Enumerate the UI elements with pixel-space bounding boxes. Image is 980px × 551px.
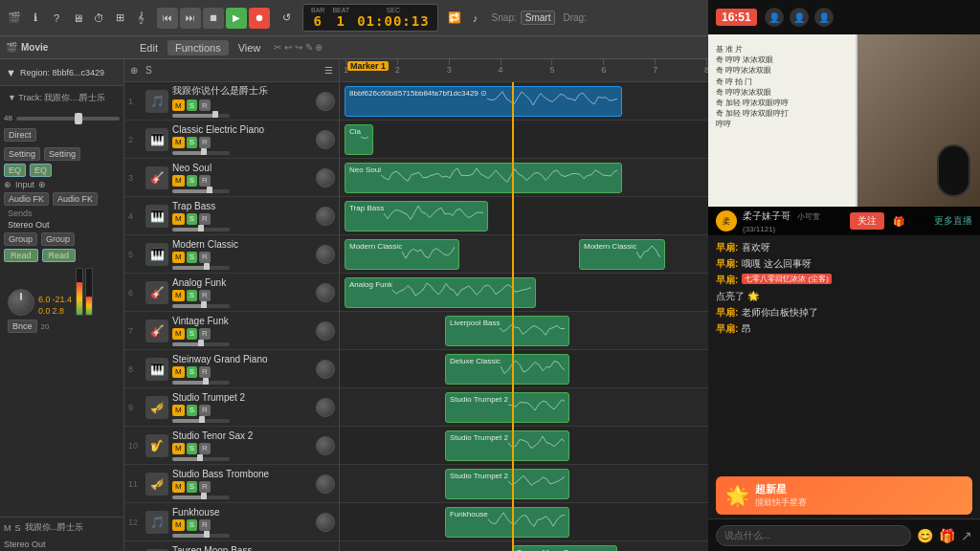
mute-btn-10[interactable]: M — [172, 481, 185, 493]
more-live-label[interactable]: 更多直播 — [934, 214, 972, 228]
track-vol-knob-10[interactable] — [316, 474, 335, 494]
solo-btn-3[interactable]: S — [187, 213, 197, 225]
play-button[interactable]: ▶ — [226, 8, 247, 29]
mute-btn-6[interactable]: M — [172, 328, 185, 340]
region-8[interactable]: Deluxe Classic — [445, 354, 569, 385]
region-12[interactable]: Funkhouse — [445, 507, 569, 538]
track-fader-9[interactable] — [172, 457, 230, 461]
track-fader-8[interactable] — [172, 419, 230, 423]
mute-btn-5[interactable]: M — [172, 290, 185, 301]
solo-btn-2[interactable]: S — [187, 175, 197, 187]
track-vol-knob-5[interactable] — [316, 283, 335, 302]
mute-btn-7[interactable]: M — [172, 366, 185, 378]
share-button[interactable]: ↗ — [961, 528, 972, 543]
audio-fk-2[interactable]: Audio FK — [53, 192, 98, 206]
rec-btn-9[interactable]: R — [199, 443, 211, 454]
view-menu[interactable]: View — [231, 40, 269, 55]
snap-value[interactable]: Smart — [521, 11, 556, 25]
track-vol-knob-0[interactable] — [316, 92, 335, 111]
rec-btn-4[interactable]: R — [199, 252, 211, 263]
track-fader-5[interactable] — [172, 304, 230, 308]
track-vol-knob-3[interactable] — [316, 207, 335, 226]
read-button-2[interactable]: Read — [42, 249, 77, 262]
track-vol-knob-8[interactable] — [316, 398, 335, 417]
mute-btn-0[interactable]: M — [172, 99, 185, 111]
follow-button[interactable]: 关注 — [850, 212, 884, 230]
functions-menu[interactable]: Functions — [167, 40, 229, 55]
mute-btn-8[interactable]: M — [172, 405, 185, 416]
s-btn[interactable]: S — [15, 523, 21, 533]
track-lane-11[interactable]: Funkhouse — [340, 503, 708, 541]
track-lane-10[interactable]: Studio Trumpet 2 — [340, 465, 708, 503]
rec-btn-10[interactable]: R — [199, 481, 211, 493]
solo-btn-11[interactable]: S — [187, 519, 197, 531]
rec-btn-5[interactable]: R — [199, 290, 211, 301]
mute-btn-1[interactable]: M — [172, 137, 185, 148]
setting-button-2[interactable]: Setting — [44, 147, 80, 161]
track-fader-0[interactable] — [172, 114, 230, 118]
track-vol-knob-7[interactable] — [316, 360, 335, 379]
rec-btn-7[interactable]: R — [199, 366, 211, 378]
track-lane-6[interactable]: Liverpool Bass — [340, 312, 708, 350]
region-5[interactable]: Modern Classic — [579, 239, 665, 270]
rec-btn-1[interactable]: R — [199, 137, 211, 148]
region-2[interactable]: Neo Soul — [345, 163, 622, 193]
mute-btn-2[interactable]: M — [172, 175, 185, 187]
region-1[interactable]: Cla — [345, 124, 373, 155]
track-fader-11[interactable] — [172, 534, 230, 538]
eq-button-1[interactable]: EQ — [4, 164, 26, 177]
track-vol-knob-11[interactable] — [316, 513, 335, 532]
audio-fk-1[interactable]: Audio FK — [4, 192, 49, 206]
track-lane-5[interactable]: Analog Funk — [340, 274, 708, 312]
solo-btn-6[interactable]: S — [187, 328, 197, 340]
mute-btn-4[interactable]: M — [172, 252, 185, 263]
region-6[interactable]: Analog Funk — [345, 277, 536, 308]
rec-btn-3[interactable]: R — [199, 213, 211, 225]
solo-btn-4[interactable]: S — [187, 252, 197, 263]
solo-btn-5[interactable]: S — [187, 290, 197, 301]
volume-knob[interactable] — [8, 289, 34, 316]
track-lane-4[interactable]: Modern ClassicModern Classic — [340, 235, 708, 274]
rec-btn-8[interactable]: R — [199, 405, 211, 416]
edit-menu[interactable]: Edit — [132, 40, 166, 55]
track-lane-12[interactable]: Taureg Moon Bass — [340, 541, 708, 551]
add-track-icon[interactable]: ⊕ — [130, 65, 138, 76]
track-fader-6[interactable] — [172, 342, 230, 346]
rec-btn-0[interactable]: R — [199, 99, 211, 111]
region-0[interactable]: 8bbf626c60b85715bb84fa7bf1dc3429 ⊙ — [345, 86, 622, 117]
record-button[interactable]: ⏺ — [249, 8, 270, 29]
eq-button-2[interactable]: EQ — [30, 164, 52, 177]
stop-button[interactable]: ⏹ — [203, 8, 224, 29]
mute-btn-3[interactable]: M — [172, 213, 185, 225]
track-fader-1[interactable] — [172, 151, 230, 155]
gift-button[interactable]: 🎁 — [939, 528, 955, 543]
region-3[interactable]: Trap Bass — [345, 201, 488, 231]
solo-btn-1[interactable]: S — [187, 137, 197, 148]
rec-btn-11[interactable]: R — [199, 519, 211, 531]
region-7[interactable]: Liverpool Bass — [445, 316, 569, 346]
chat-input[interactable] — [716, 525, 911, 546]
solo-btn-10[interactable]: S — [187, 481, 197, 493]
solo-btn-9[interactable]: S — [187, 443, 197, 454]
region-13[interactable]: Taureg Moon Bass — [512, 545, 617, 551]
group-button-2[interactable]: Group — [41, 232, 75, 246]
track-lane-3[interactable]: Trap Bass — [340, 197, 708, 235]
read-button-1[interactable]: Read — [4, 249, 38, 262]
track-fader-3[interactable] — [172, 228, 230, 231]
region-10[interactable]: Studio Trumpet 2 — [445, 430, 569, 461]
solo-btn-8[interactable]: S — [187, 405, 197, 416]
direct-button[interactable]: Direct — [4, 128, 36, 142]
solo-btn-0[interactable]: S — [187, 99, 197, 111]
group-button-1[interactable]: Group — [4, 232, 37, 246]
solo-btn-7[interactable]: S — [187, 366, 197, 378]
track-lane-0[interactable]: 8bbf626c60b85715bb84fa7bf1dc3429 ⊙ — [340, 82, 708, 121]
rewind-button[interactable]: ⏮ — [157, 8, 178, 29]
track-vol-knob-6[interactable] — [316, 321, 335, 341]
m-btn[interactable]: M — [4, 523, 11, 533]
bounce-button[interactable]: Bnce — [8, 320, 37, 333]
track-lane-2[interactable]: Neo Soul — [340, 159, 708, 197]
forward-button[interactable]: ⏭ — [180, 8, 201, 29]
track-vol-knob-2[interactable] — [316, 168, 335, 187]
track-fader-7[interactable] — [172, 381, 230, 385]
track-fader-4[interactable] — [172, 266, 230, 270]
